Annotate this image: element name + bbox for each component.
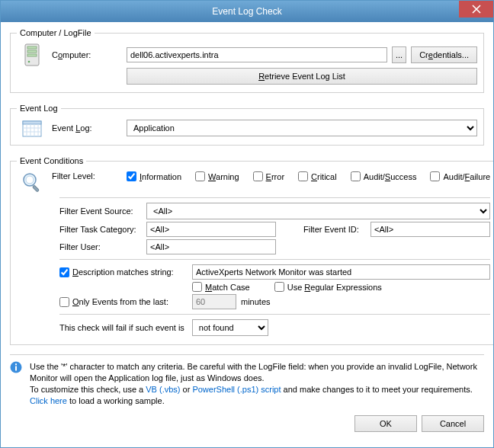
filter-eventid-label: Filter Event ID: xyxy=(303,225,366,234)
eventlog-select[interactable]: Application xyxy=(127,120,477,136)
fail-label: This check will fail if such event is xyxy=(59,323,184,332)
chk-audit-success[interactable]: Audit/Success xyxy=(351,171,417,181)
only-minutes-unit: minutes xyxy=(241,297,271,306)
chk-critical[interactable]: Critical xyxy=(298,171,337,181)
filter-eventid-input[interactable] xyxy=(370,222,490,237)
svg-rect-2 xyxy=(27,50,37,53)
group-conditions: Event Conditions Filter Level: Informati… xyxy=(10,156,493,345)
dialog-window: Event Log Check Computer / LogFile Compu xyxy=(0,0,494,448)
only-minutes-input xyxy=(192,294,236,309)
info-panel: Use the '*' character to match any crite… xyxy=(10,354,484,406)
filter-task-label: Filter Task Category: xyxy=(59,225,142,234)
retrieve-button[interactable]: Retrieve Event Log List xyxy=(127,68,477,85)
link-sample[interactable]: Click here xyxy=(30,396,67,405)
info-icon xyxy=(10,361,22,373)
chk-regex[interactable]: Use Regular Expressions xyxy=(274,282,382,292)
chk-matchcase[interactable]: Match Case xyxy=(192,282,250,292)
filter-task-input[interactable] xyxy=(146,222,276,237)
filter-user-label: Filter User: xyxy=(59,242,142,251)
info-line3: Click here to load a working sample. xyxy=(30,395,484,407)
svg-rect-15 xyxy=(33,185,40,192)
calendar-icon xyxy=(22,119,42,137)
chk-information[interactable]: Information xyxy=(127,171,181,181)
filter-source-label: Filter Event Source: xyxy=(59,206,142,216)
chk-error[interactable]: Error xyxy=(253,171,284,181)
browse-button[interactable]: ... xyxy=(392,46,406,63)
group-eventlog: Event Log Event Log: Application xyxy=(10,104,484,146)
group-computer-legend: Computer / LogFile xyxy=(17,28,95,37)
credentials-button[interactable]: Credentials... xyxy=(411,46,477,63)
group-eventlog-legend: Event Log xyxy=(17,104,61,113)
svg-rect-3 xyxy=(27,54,37,56)
svg-point-14 xyxy=(26,176,34,184)
info-line1: Use the '*' character to match any crite… xyxy=(30,361,484,384)
info-line2: To customize this check, use a VB (.vbs)… xyxy=(30,384,484,395)
fail-select[interactable]: not found xyxy=(192,319,268,336)
filter-source-select[interactable]: <All> xyxy=(146,203,490,219)
chk-description[interactable]: Description matches string: xyxy=(59,267,188,277)
group-conditions-legend: Event Conditions xyxy=(17,156,86,165)
filter-level-label: Filter Level: xyxy=(52,171,122,181)
filter-user-input[interactable] xyxy=(146,239,276,254)
ok-button[interactable]: OK xyxy=(354,415,417,432)
close-icon xyxy=(472,5,481,14)
svg-rect-17 xyxy=(15,366,17,371)
link-vb[interactable]: VB (.vbs) xyxy=(146,385,180,394)
computer-label: Computer: xyxy=(52,50,122,59)
close-button[interactable] xyxy=(459,1,493,18)
computer-input[interactable] xyxy=(127,47,387,62)
titlebar: Event Log Check xyxy=(1,1,493,22)
cancel-button[interactable]: Cancel xyxy=(422,415,484,432)
eventlog-label: Event Log: xyxy=(52,123,122,133)
svg-rect-6 xyxy=(23,121,41,124)
title-text: Event Log Check xyxy=(212,6,281,17)
computer-icon xyxy=(23,43,41,66)
svg-rect-1 xyxy=(27,46,37,49)
chk-warning[interactable]: Warning xyxy=(195,171,239,181)
svg-point-4 xyxy=(28,61,30,63)
svg-rect-18 xyxy=(15,363,17,365)
group-computer: Computer / LogFile Computer: ... Credent… xyxy=(10,28,484,93)
chk-only-events[interactable]: Only Events from the last: xyxy=(59,297,188,307)
description-input[interactable] xyxy=(192,264,490,280)
magnifier-icon xyxy=(21,171,43,193)
link-ps[interactable]: PowerShell (.ps1) script xyxy=(192,385,281,394)
chk-audit-failure[interactable]: Audit/Failure xyxy=(430,171,490,181)
